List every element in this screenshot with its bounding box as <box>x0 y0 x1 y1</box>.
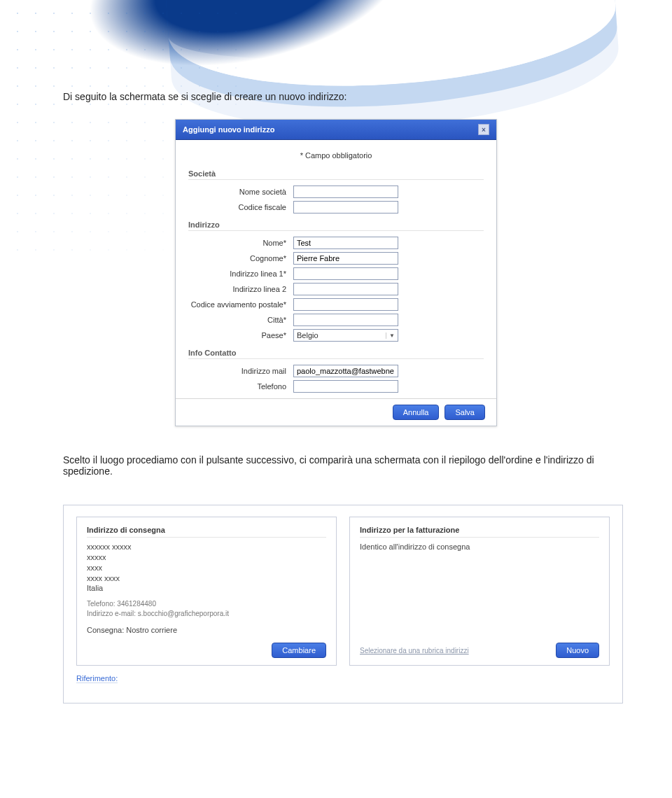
fatturazione-title: Indirizzo per la fatturazione <box>360 526 599 538</box>
riferimento-link[interactable]: Riferimento: <box>76 674 118 683</box>
consegna-shipping: Consegna: Nostro corriere <box>87 625 326 636</box>
field-citta: Città* <box>188 314 484 326</box>
consegna-line1: xxxxxx xxxxx <box>87 542 326 552</box>
field-linea2: Indirizzo linea 2 <box>188 283 484 295</box>
label-paese: Paese* <box>188 331 293 340</box>
input-nome-societa[interactable] <box>293 186 398 198</box>
modal-title: Aggiungi nuovo indirizzo <box>183 125 274 134</box>
card-consegna: Indirizzo di consegna xxxxxx xxxxx xxxxx… <box>76 517 337 666</box>
chevron-down-icon: ▼ <box>386 332 395 339</box>
close-icon[interactable]: × <box>478 124 489 135</box>
annulla-button[interactable]: Annulla <box>393 405 440 420</box>
consegna-line3: xxxx <box>87 563 326 573</box>
select-paese-value: Belgio <box>297 331 318 340</box>
consegna-line2: xxxxx <box>87 552 326 563</box>
field-linea1: Indirizzo linea 1* <box>188 267 484 280</box>
field-codice-fiscale: Codice fiscale <box>188 201 484 214</box>
input-citta[interactable] <box>293 314 398 326</box>
modal-header: Aggiungi nuovo indirizzo × <box>176 120 496 140</box>
input-nome[interactable] <box>293 237 398 249</box>
label-cognome: Cognome* <box>188 254 293 262</box>
input-linea1[interactable] <box>293 267 398 280</box>
input-cognome[interactable] <box>293 252 398 265</box>
label-nome-societa: Nome società <box>188 188 293 196</box>
nuovo-button[interactable]: Nuovo <box>556 643 599 658</box>
field-cap: Codice avviamento postale* <box>188 298 484 311</box>
fatturazione-body: Identico all'indirizzo di consegna <box>360 542 599 552</box>
consegna-line5: Italia <box>87 583 326 594</box>
input-cap[interactable] <box>293 298 398 311</box>
modal-body: * Campo obbligatorio Società Nome societ… <box>176 140 496 398</box>
field-telefono: Telefono <box>188 380 484 393</box>
label-cap: Codice avviamento postale* <box>188 300 293 309</box>
select-rubrica-link[interactable]: Selezionare da una rubrica indirizzi <box>360 647 469 654</box>
input-codice-fiscale[interactable] <box>293 201 398 214</box>
required-note: * Campo obbligatorio <box>188 151 484 160</box>
intro-paragraph-1: Di seguito la schermata se si sceglie di… <box>63 91 609 102</box>
intro-paragraph-2: Scelto il luogo procediamo con il pulsan… <box>63 454 609 477</box>
fatturazione-same: Identico all'indirizzo di consegna <box>360 542 599 552</box>
field-nome: Nome* <box>188 237 484 249</box>
salva-button[interactable]: Salva <box>444 405 485 420</box>
label-codice-fiscale: Codice fiscale <box>188 203 293 211</box>
summary-panel: Indirizzo di consegna xxxxxx xxxxx xxxxx… <box>63 505 623 704</box>
card-fatturazione: Indirizzo per la fatturazione Identico a… <box>349 517 610 666</box>
label-citta: Città* <box>188 316 293 324</box>
cambiare-button[interactable]: Cambiare <box>272 643 326 658</box>
input-linea2[interactable] <box>293 283 398 295</box>
field-nome-societa: Nome società <box>188 186 484 198</box>
input-telefono[interactable] <box>293 380 398 393</box>
section-societa: Società <box>188 169 484 180</box>
field-mail: Indirizzo mail <box>188 365 484 377</box>
label-linea2: Indirizzo linea 2 <box>188 285 293 293</box>
consegna-line4: xxxx xxxx <box>87 573 326 584</box>
section-indirizzo: Indirizzo <box>188 220 484 231</box>
consegna-tel: Telefono: 3461284480 <box>87 599 326 609</box>
select-paese[interactable]: Belgio ▼ <box>293 329 398 342</box>
section-contatto: Info Contatto <box>188 349 484 359</box>
consegna-title: Indirizzo di consegna <box>87 526 326 538</box>
consegna-body: xxxxxx xxxxx xxxxx xxxx xxxx xxxx Italia… <box>87 542 326 636</box>
field-paese: Paese* Belgio ▼ <box>188 329 484 342</box>
add-address-modal: Aggiungi nuovo indirizzo × * Campo obbli… <box>175 119 497 426</box>
label-mail: Indirizzo mail <box>188 367 293 375</box>
input-mail[interactable] <box>293 365 398 377</box>
modal-footer: Annulla Salva <box>176 398 496 426</box>
field-cognome: Cognome* <box>188 252 484 265</box>
label-linea1: Indirizzo linea 1* <box>188 270 293 278</box>
label-nome: Nome* <box>188 239 293 247</box>
label-telefono: Telefono <box>188 382 293 391</box>
consegna-mail: Indirizzo e-mail: s.bocchio@graficheporp… <box>87 609 326 619</box>
